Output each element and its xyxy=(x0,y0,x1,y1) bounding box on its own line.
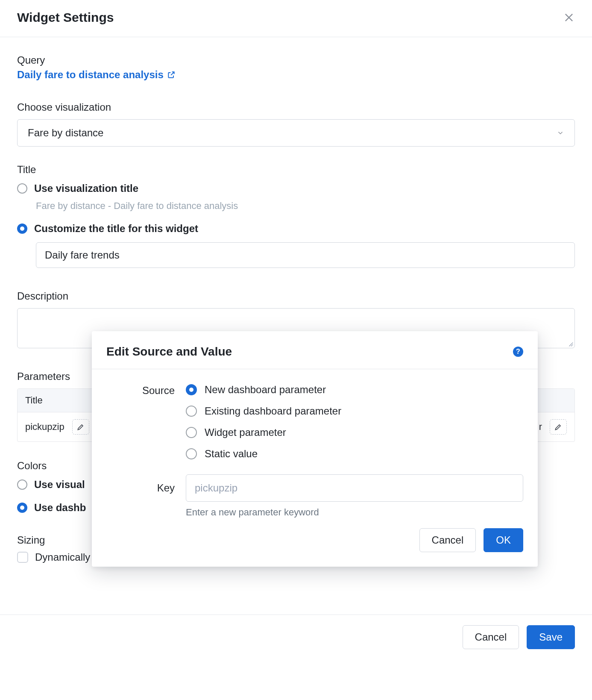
radio-indicator xyxy=(186,406,197,417)
save-button[interactable]: Save xyxy=(527,625,575,649)
query-link-text: Daily fare to distance analysis xyxy=(17,69,164,81)
radio-label: Use visual xyxy=(34,479,85,491)
close-button[interactable] xyxy=(563,12,575,24)
close-icon xyxy=(563,12,575,24)
help-button[interactable]: ? xyxy=(513,347,523,357)
radio-static-value[interactable]: Static value xyxy=(186,448,523,460)
radio-indicator xyxy=(17,479,27,490)
modal-cancel-button[interactable]: Cancel xyxy=(419,528,476,552)
modal-ok-button[interactable]: OK xyxy=(484,528,523,552)
visualization-label: Choose visualization xyxy=(17,101,575,113)
modal-source-row: Source New dashboard parameter Existing … xyxy=(106,384,523,460)
radio-new-dashboard-parameter[interactable]: New dashboard parameter xyxy=(186,384,523,396)
resize-handle-icon xyxy=(568,341,574,347)
radio-customize-title[interactable]: Customize the title for this widget xyxy=(17,223,575,235)
edit-source-modal: Edit Source and Value ? Source New dashb… xyxy=(92,331,538,567)
radio-indicator xyxy=(186,448,197,459)
dialog-footer: Cancel Save xyxy=(0,615,592,659)
description-label: Description xyxy=(17,290,575,302)
title-section: Title Use visualization title Fare by di… xyxy=(17,164,575,268)
radio-label: Widget parameter xyxy=(205,426,286,438)
chevron-down-icon xyxy=(557,129,564,137)
radio-label: Customize the title for this widget xyxy=(34,223,198,235)
key-input[interactable]: pickupzip xyxy=(186,474,523,502)
modal-key-label: Key xyxy=(106,474,175,518)
modal-key-row: Key pickupzip Enter a new parameter keyw… xyxy=(106,474,523,518)
title-label: Title xyxy=(17,164,575,176)
external-link-icon xyxy=(167,71,176,79)
visualization-selected-value: Fare by distance xyxy=(28,127,103,139)
dialog-title: Widget Settings xyxy=(17,10,114,25)
edit-parameter-value-button[interactable] xyxy=(550,419,567,435)
key-input-placeholder: pickupzip xyxy=(195,482,237,494)
radio-existing-dashboard-parameter[interactable]: Existing dashboard parameter xyxy=(186,405,523,417)
radio-label: Static value xyxy=(205,448,258,460)
query-section: Query Daily fare to distance analysis xyxy=(17,54,575,81)
radio-label: New dashboard parameter xyxy=(205,384,326,396)
modal-title: Edit Source and Value xyxy=(106,345,232,359)
radio-indicator xyxy=(17,224,27,234)
cancel-button[interactable]: Cancel xyxy=(463,625,519,649)
visualization-select[interactable]: Fare by distance xyxy=(17,119,575,147)
pencil-icon xyxy=(76,423,85,431)
parameter-value-truncated: r xyxy=(539,421,542,432)
modal-source-label: Source xyxy=(106,384,175,460)
radio-label: Existing dashboard parameter xyxy=(205,405,341,417)
query-label: Query xyxy=(17,54,575,66)
radio-indicator xyxy=(17,503,27,513)
radio-use-visualization-title[interactable]: Use visualization title xyxy=(17,182,575,194)
radio-widget-parameter[interactable]: Widget parameter xyxy=(186,426,523,438)
radio-indicator xyxy=(17,183,27,194)
parameter-name: pickupzip xyxy=(25,421,64,432)
query-link[interactable]: Daily fare to distance analysis xyxy=(17,69,176,81)
pencil-icon xyxy=(554,423,563,431)
checkbox-indicator xyxy=(17,552,28,563)
radio-label: Use dashb xyxy=(34,502,86,514)
svg-line-2 xyxy=(569,343,573,347)
help-icon: ? xyxy=(516,348,520,356)
radio-label: Use visualization title xyxy=(34,182,138,194)
edit-parameter-button[interactable] xyxy=(72,419,89,435)
custom-title-input[interactable] xyxy=(36,242,575,268)
visualization-section: Choose visualization Fare by distance xyxy=(17,101,575,147)
visualization-title-preview: Fare by distance - Daily fare to distanc… xyxy=(36,200,575,212)
dialog-header: Widget Settings xyxy=(0,0,592,37)
radio-indicator xyxy=(186,384,197,395)
radio-indicator xyxy=(186,427,197,438)
key-input-hint: Enter a new parameter keyword xyxy=(186,507,523,518)
svg-line-3 xyxy=(571,344,573,346)
